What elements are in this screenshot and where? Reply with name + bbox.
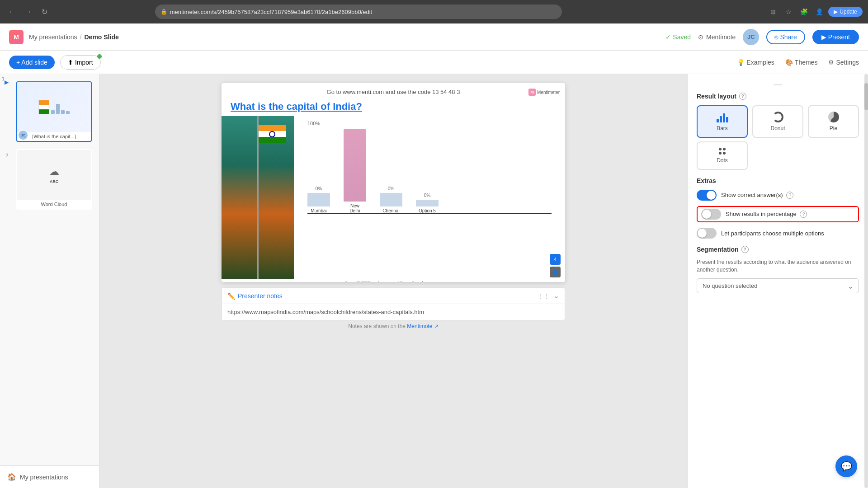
wordcloud-icon: ☁ [49, 166, 59, 178]
chart-area: 100% 0% Mumbai NewDe [294, 116, 565, 279]
header-right: ✓ Saved ⊙ Mentimote JC ⎋ Share ▶ Present [665, 29, 859, 45]
bar-mumbai: 0% Mumbai [307, 186, 330, 213]
chat-button[interactable]: 💬 [835, 455, 857, 477]
app-header: M My presentations / Demo Slide ✓ Saved … [0, 23, 868, 51]
bar-chennai: 0% Chennai [380, 186, 402, 213]
checkmark-icon: ✓ [665, 33, 671, 41]
segmentation-title: Segmentation ? [697, 246, 859, 253]
right-panel: — Result layout ? Bars Donut [687, 74, 868, 488]
avatar[interactable]: JC [743, 29, 759, 45]
examples-link[interactable]: 💡 Examples [737, 59, 774, 66]
percentage-help-icon[interactable]: ? [800, 211, 807, 218]
layout-dots[interactable]: Dots [697, 141, 748, 170]
chart-baseline [307, 213, 552, 214]
segmentation-dropdown[interactable]: No question selected [697, 278, 859, 293]
breadcrumb-separator: / [80, 33, 82, 41]
url-text: mentimeter.com/s/2459b757587a23ccf718795… [170, 9, 372, 15]
bars-chart-icon [717, 112, 728, 122]
add-slide-button[interactable]: + Add slide [9, 56, 55, 69]
themes-icon: 🎨 [785, 59, 793, 66]
my-presentations-link[interactable]: 🏠 My presentations [0, 465, 99, 488]
poll-icon: 4 [550, 254, 561, 265]
upload-icon: ⬆ [68, 59, 73, 66]
segmentation-select-wrapper: No question selected [697, 278, 859, 293]
breadcrumb-home[interactable]: My presentations [29, 33, 77, 41]
main-area: 1 ▶ JC [What is the c [0, 74, 868, 488]
slide-1-label: [What is the capit...] [17, 132, 91, 141]
extras-title: Extras [697, 177, 859, 184]
toggle-multiple-knob [698, 229, 707, 238]
layout-bars[interactable]: Bars [697, 105, 748, 138]
slide-body: 100% 0% Mumbai NewDe [222, 116, 565, 279]
result-layout-title: Result layout ? [697, 93, 859, 100]
slide-question: What is the capital of India? [222, 97, 565, 116]
url-bar[interactable]: 🔒 mentimeter.com/s/2459b757587a23ccf7187… [155, 5, 562, 19]
layout-options-grid: Bars Donut Pie [697, 105, 859, 138]
segmentation-help-icon[interactable]: ? [741, 246, 749, 253]
slide-code-bar: Go to www.menti.com and use the code 13 … [222, 83, 565, 97]
settings-link[interactable]: ⚙ Settings [828, 59, 859, 66]
mentimeter-logo: M Mentimeter [528, 89, 560, 96]
slide-1-arrow: ▶ [5, 79, 9, 85]
browser-avatar-icon[interactable]: 👤 [813, 5, 826, 18]
toggle-multiple[interactable] [697, 228, 717, 239]
share-button[interactable]: ⎋ Share [766, 30, 805, 44]
chart-100-label: 100% [307, 121, 320, 126]
reload-button[interactable]: ↻ [38, 5, 51, 18]
mentimote-link[interactable]: Mentimote ↗ [407, 323, 438, 329]
chevron-down-icon: ⌄ [553, 291, 559, 300]
canvas-area: Go to www.menti.com and use the code 13 … [99, 74, 687, 488]
saved-status: ✓ Saved [665, 33, 691, 41]
notes-footer: Notes are shown on the Mentimote ↗ [222, 320, 565, 332]
toggle-correct-knob [707, 191, 716, 200]
donut-chart-icon [773, 112, 783, 122]
slide-2-thumbnail[interactable]: ☁ ABC Word Cloud [16, 149, 92, 210]
correct-answer-help-icon[interactable]: ? [786, 192, 793, 199]
toggle-correct-answer[interactable] [697, 190, 717, 201]
themes-link[interactable]: 🎨 Themes [785, 59, 818, 66]
toggle-correct-row: Show correct answer(s) ? [697, 190, 859, 201]
home-icon: 🏠 [7, 473, 16, 481]
layout-pie[interactable]: Pie [808, 105, 859, 138]
scrollbar-thumb[interactable] [864, 83, 868, 110]
scroll-top-indicator: — [697, 80, 859, 89]
bar-new-delhi: NewDelhi [344, 129, 366, 213]
import-button[interactable]: ⬆ Import [60, 55, 101, 70]
slide-2-label: Word Cloud [17, 200, 91, 209]
dots-chart-icon [719, 148, 726, 155]
toggle-percentage[interactable] [701, 209, 721, 220]
slide-canvas: Go to www.menti.com and use the code 13 … [222, 83, 565, 282]
toolbar: + Add slide ⬆ Import 💡 Examples 🎨 Themes… [0, 51, 868, 74]
update-button[interactable]: ▶ Update [828, 7, 863, 17]
toggle-percentage-label: Show results in percentage ? [726, 211, 807, 218]
forward-button[interactable]: → [22, 5, 34, 18]
toggle-correct-label: Show correct answer(s) ? [721, 192, 793, 199]
segmentation-description: Present the results according to what th… [697, 258, 859, 274]
back-button[interactable]: ← [5, 5, 18, 18]
right-panel-scrollbar[interactable] [864, 74, 868, 488]
layout-donut[interactable]: Donut [752, 105, 803, 138]
toggle-percentage-knob [702, 210, 711, 219]
browser-right-icons: ⊞ ☆ 🧩 👤 ▶ Update [767, 5, 863, 18]
notes-section: ✏️ Presenter notes ⋮⋮ ⌄ Notes are shown … [222, 287, 565, 332]
segmentation-section: Segmentation ? Present the results accor… [697, 246, 859, 293]
drag-handle: ⋮⋮ [537, 292, 550, 300]
browser-star-icon[interactable]: ☆ [782, 5, 795, 18]
browser-extensions-icon[interactable]: ⊞ [767, 5, 779, 18]
mentimote-button[interactable]: ⊙ Mentimote [698, 33, 736, 41]
present-button[interactable]: ▶ Present [812, 30, 859, 44]
share-icon: ⎋ [774, 33, 778, 41]
play-icon: ▶ [821, 33, 826, 41]
pencil-icon: ✏️ [227, 292, 235, 300]
result-layout-help-icon[interactable]: ? [739, 93, 746, 100]
browser-puzzle-icon[interactable]: 🧩 [797, 5, 810, 18]
notes-header[interactable]: ✏️ Presenter notes ⋮⋮ ⌄ [222, 287, 565, 304]
toolbar-right-links: 💡 Examples 🎨 Themes ⚙ Settings [737, 59, 859, 66]
notes-input[interactable] [222, 304, 565, 320]
slide-2-number: 2 [5, 153, 8, 158]
bar-option5: 0% Option 5 [416, 193, 439, 213]
toggle-multiple-row: Let participants choose multiple options [697, 228, 859, 239]
app-logo: M [9, 30, 24, 44]
slide-1-thumbnail[interactable]: JC [What is the capit...] [16, 81, 92, 142]
toggle-multiple-label: Let participants choose multiple options [721, 230, 824, 237]
